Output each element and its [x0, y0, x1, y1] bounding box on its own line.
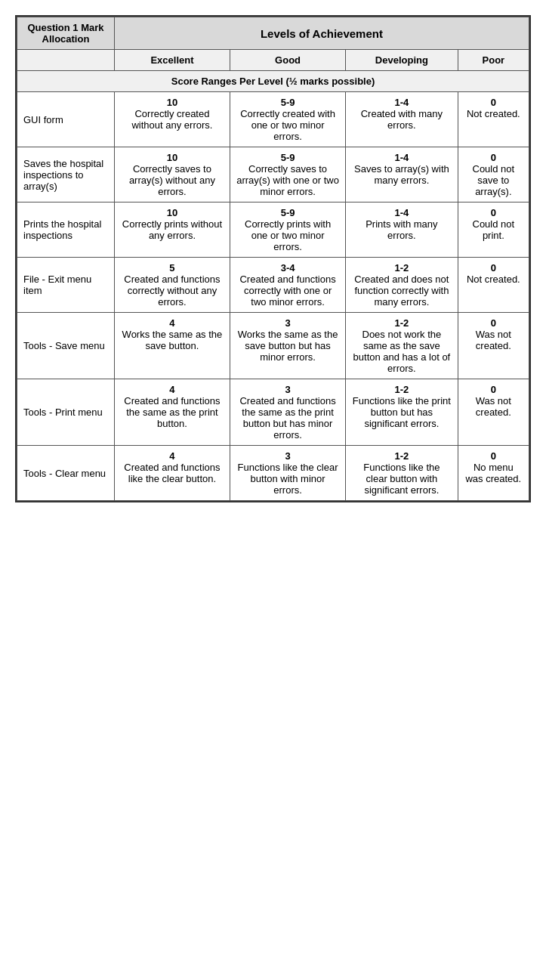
- excellent-cell-2: 10 Correctly prints without any errors.: [114, 202, 230, 258]
- developing-cell-5: 1-2 Functions like the print button but …: [346, 379, 458, 446]
- table-title-left: Question 1 Mark Allocation: [17, 17, 115, 50]
- score-desc: Created and functions like the clear but…: [124, 462, 220, 484]
- score-number: 1-4: [352, 207, 452, 218]
- score-desc: Created and functions the same as the pr…: [124, 395, 220, 429]
- poor-cell-0: 0 Not created.: [458, 92, 529, 147]
- rubric-table-container: Question 1 Mark Allocation Levels of Ach…: [15, 15, 531, 502]
- score-number: 5-9: [236, 207, 339, 218]
- score-desc: Was not created.: [476, 395, 511, 418]
- score-number: 1-4: [352, 152, 452, 163]
- score-desc: Works the same as the save button but ha…: [238, 329, 338, 363]
- score-desc: Could not save to array(s).: [473, 163, 515, 197]
- score-desc: Created and functions correctly without …: [124, 274, 220, 308]
- score-number: 3: [236, 317, 339, 329]
- category-tools-save: Tools - Save menu: [17, 313, 115, 379]
- poor-cell-3: 0 Not created.: [458, 258, 529, 313]
- score-number: 3-4: [236, 262, 339, 274]
- score-desc: Created and does not function correctly …: [354, 274, 449, 308]
- category-tools-clear: Tools - Clear menu: [17, 446, 115, 501]
- table-row: GUI form 10 Correctly created without an…: [17, 92, 529, 147]
- score-number: 1-2: [352, 317, 452, 329]
- score-number: 0: [464, 97, 523, 108]
- score-number: 10: [121, 207, 224, 218]
- good-cell-1: 5-9 Correctly saves to array(s) with one…: [230, 147, 346, 202]
- category-tools-print: Tools - Print menu: [17, 379, 115, 446]
- category-file-exit: File - Exit menu item: [17, 258, 115, 313]
- good-cell-5: 3 Created and functions the same as the …: [230, 379, 346, 446]
- excellent-cell-1: 10 Correctly saves to array(s) without a…: [114, 147, 230, 202]
- good-cell-6: 3 Functions like the clear button with m…: [230, 446, 346, 501]
- table-row: Tools - Print menu 4 Created and functio…: [17, 379, 529, 446]
- poor-cell-5: 0 Was not created.: [458, 379, 529, 446]
- header-row: Question 1 Mark Allocation Levels of Ach…: [17, 17, 529, 50]
- col-excellent-header: Excellent: [114, 50, 230, 71]
- score-number: 5-9: [236, 152, 339, 163]
- developing-cell-4: 1-2 Does not work the same as the save b…: [346, 313, 458, 379]
- score-desc: Correctly created without any errors.: [131, 108, 212, 131]
- table-row: Tools - Clear menu 4 Created and functio…: [17, 446, 529, 501]
- col-developing-header: Developing: [346, 50, 458, 71]
- score-desc: Not created.: [467, 108, 520, 119]
- score-desc: Correctly saves to array(s) with one or …: [236, 163, 339, 197]
- excellent-cell-6: 4 Created and functions like the clear b…: [114, 446, 230, 501]
- score-number: 1-2: [352, 450, 452, 462]
- score-desc: Correctly created with one or two minor …: [240, 108, 335, 142]
- poor-cell-4: 0 Was not created.: [458, 313, 529, 379]
- score-number: 1-4: [352, 97, 452, 108]
- good-cell-2: 5-9 Correctly prints with one or two min…: [230, 202, 346, 258]
- score-range-row: Score Ranges Per Level (½ marks possible…: [17, 71, 529, 92]
- score-desc: Correctly saves to array(s) without any …: [129, 163, 215, 197]
- score-number: 4: [121, 317, 224, 329]
- table-row: Saves the hospital inspections to array(…: [17, 147, 529, 202]
- good-cell-3: 3-4 Created and functions correctly with…: [230, 258, 346, 313]
- level-header-row: Excellent Good Developing Poor: [17, 50, 529, 71]
- score-desc: Prints with many errors.: [366, 218, 437, 241]
- score-desc: Could not print.: [473, 218, 515, 241]
- score-desc: Saves to array(s) with many errors.: [354, 163, 449, 186]
- score-number: 1-2: [352, 262, 452, 274]
- score-desc: No menu was created.: [465, 462, 521, 484]
- score-desc: Correctly prints without any errors.: [122, 218, 222, 241]
- developing-cell-6: 1-2 Functions like the clear button with…: [346, 446, 458, 501]
- score-range-label: Score Ranges Per Level (½ marks possible…: [17, 71, 529, 92]
- score-desc: Created with many errors.: [361, 108, 443, 131]
- good-cell-4: 3 Works the same as the save button but …: [230, 313, 346, 379]
- score-number: 0: [464, 152, 523, 163]
- score-desc: Does not work the same as the save butto…: [353, 329, 451, 374]
- score-desc: Was not created.: [476, 329, 511, 351]
- table-row: File - Exit menu item 5 Created and func…: [17, 258, 529, 313]
- score-number: 4: [121, 384, 224, 395]
- developing-cell-2: 1-4 Prints with many errors.: [346, 202, 458, 258]
- excellent-cell-3: 5 Created and functions correctly withou…: [114, 258, 230, 313]
- poor-cell-6: 0 No menu was created.: [458, 446, 529, 501]
- category-saves: Saves the hospital inspections to array(…: [17, 147, 115, 202]
- developing-cell-1: 1-4 Saves to array(s) with many errors.: [346, 147, 458, 202]
- score-desc: Not created.: [467, 274, 520, 285]
- score-desc: Functions like the clear button with sig…: [363, 462, 440, 496]
- score-number: 0: [464, 450, 523, 462]
- poor-cell-2: 0 Could not print.: [458, 202, 529, 258]
- score-desc: Works the same as the save button.: [122, 329, 223, 351]
- table-title-right: Levels of Achievement: [114, 17, 529, 50]
- score-number: 0: [464, 317, 523, 329]
- excellent-cell-0: 10 Correctly created without any errors.: [114, 92, 230, 147]
- col-empty: [17, 50, 115, 71]
- score-number: 5: [121, 262, 224, 274]
- score-number: 4: [121, 450, 224, 462]
- col-poor-header: Poor: [458, 50, 529, 71]
- score-number: 0: [464, 207, 523, 218]
- excellent-cell-5: 4 Created and functions the same as the …: [114, 379, 230, 446]
- score-number: 10: [121, 97, 224, 108]
- score-number: 5-9: [236, 97, 339, 108]
- poor-cell-1: 0 Could not save to array(s).: [458, 147, 529, 202]
- score-number: 3: [236, 450, 339, 462]
- score-number: 3: [236, 384, 339, 395]
- score-desc: Created and functions the same as the pr…: [239, 395, 335, 441]
- score-number: 0: [464, 262, 523, 274]
- table-row: Prints the hospital inspections 10 Corre…: [17, 202, 529, 258]
- category-gui-form: GUI form: [17, 92, 115, 147]
- table-row: Tools - Save menu 4 Works the same as th…: [17, 313, 529, 379]
- score-desc: Functions like the print button but has …: [353, 395, 451, 429]
- score-number: 10: [121, 152, 224, 163]
- score-desc: Correctly prints with one or two minor e…: [245, 218, 331, 252]
